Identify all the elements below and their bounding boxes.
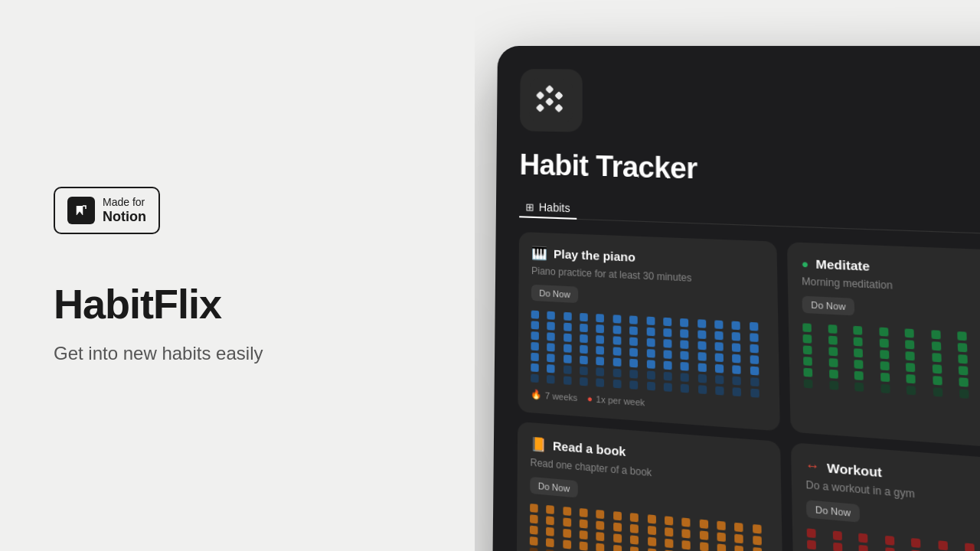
app-icon (520, 69, 583, 132)
dot (906, 374, 915, 383)
dot (697, 341, 706, 350)
dot (613, 380, 622, 389)
meditate-do-now-button[interactable]: Do Now (802, 296, 855, 316)
dot (629, 326, 638, 334)
dot (629, 370, 638, 379)
card-workout: ↔ Workout Do a workout in a gym Do Now (791, 442, 980, 551)
dot (906, 363, 915, 372)
dot (580, 530, 588, 540)
dot (664, 383, 672, 392)
dot (564, 344, 572, 352)
dot (547, 311, 555, 320)
dot (596, 378, 605, 387)
dot (665, 516, 673, 525)
notion-label: Notion (103, 209, 146, 226)
dot (663, 339, 671, 348)
meditate-subtitle: Morning meditation (802, 276, 980, 299)
piano-frequency: ●1x per week (587, 393, 645, 407)
book-icon: 📙 (531, 436, 547, 453)
book-do-now-button[interactable]: Do Now (530, 477, 578, 498)
dot (715, 364, 724, 373)
dot (697, 363, 706, 372)
dot (700, 542, 708, 551)
dot (547, 354, 554, 362)
dot (612, 357, 621, 367)
dot (717, 543, 727, 551)
dot (699, 530, 707, 540)
meditate-title: Meditate (815, 256, 870, 273)
dot (884, 536, 893, 546)
dot (531, 342, 538, 350)
dot (828, 336, 837, 345)
dot (563, 529, 571, 538)
tab-habits[interactable]: ⊞ Habits (519, 197, 577, 220)
dot (665, 527, 673, 536)
book-title: Read a book (553, 439, 626, 458)
dot (663, 328, 671, 337)
dot (905, 340, 914, 349)
meditate-icon: ● (801, 256, 808, 270)
dot (931, 341, 940, 350)
dot (630, 546, 639, 551)
dot (596, 314, 605, 322)
dot (580, 367, 588, 376)
dot (629, 315, 638, 324)
dot (629, 348, 638, 357)
dot (735, 546, 744, 551)
dot (613, 511, 622, 520)
meditate-dots (802, 323, 980, 405)
dot (613, 523, 622, 532)
piano-dots (531, 311, 766, 399)
dot (564, 312, 571, 321)
dot (546, 527, 554, 536)
dot (531, 374, 538, 383)
dot (530, 514, 538, 523)
dot (807, 540, 816, 550)
dot (750, 333, 758, 342)
dot (832, 530, 841, 540)
dot (714, 331, 723, 341)
workout-do-now-button[interactable]: Do Now (806, 500, 860, 523)
dot (733, 387, 741, 396)
dot (750, 389, 760, 398)
dot (629, 359, 638, 368)
app-tagline: Get into new habits easily (54, 343, 421, 364)
badge-text: Made for Notion (103, 196, 146, 225)
dot (547, 364, 554, 373)
dot (880, 350, 889, 359)
dot (564, 365, 572, 373)
dot (530, 536, 538, 546)
dot (629, 337, 638, 347)
workout-title: Workout (827, 460, 882, 480)
made-for-label: Made for (103, 196, 146, 209)
dot (858, 533, 867, 543)
card-piano: 🎹 Play the piano Piano practice for at l… (518, 232, 780, 431)
dot (647, 526, 655, 535)
dot (547, 343, 555, 351)
dot (732, 321, 740, 331)
dot (803, 345, 812, 354)
workout-icon: ↔ (805, 458, 820, 474)
dot (681, 340, 689, 349)
dot (879, 328, 888, 337)
dot (807, 528, 816, 538)
dot (906, 386, 916, 395)
dot (933, 376, 942, 385)
dot (680, 329, 688, 338)
dot (828, 358, 838, 367)
dot (531, 311, 539, 319)
dot (717, 532, 725, 542)
dot (613, 369, 622, 378)
dot (563, 517, 571, 527)
dot (580, 541, 588, 550)
dot (732, 343, 740, 352)
workout-dots (807, 528, 980, 551)
dot (959, 389, 969, 398)
card-meditate: ● Meditate Morning meditation Do Now (787, 242, 980, 454)
dot (630, 524, 639, 533)
dot (646, 370, 655, 380)
piano-do-now-button[interactable]: Do Now (531, 285, 579, 303)
dot (854, 383, 864, 392)
dot (733, 377, 741, 386)
dot (828, 324, 837, 334)
